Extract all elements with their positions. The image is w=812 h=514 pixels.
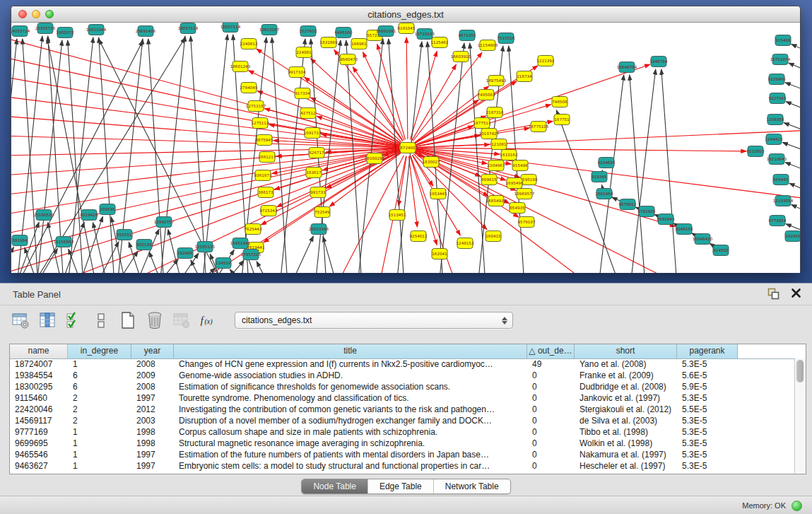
table-mode-icon[interactable] [10,310,31,331]
table-cell[interactable]: Tibbo et al. (1998) [575,426,677,438]
black-edge[interactable] [630,69,656,273]
column-header-indegree[interactable]: in_degree [68,344,131,358]
table-cell[interactable]: Stergiakouli et al. (2012) [575,404,677,415]
black-edge[interactable] [79,216,102,273]
table-row[interactable]: 946554611997Estimation of the future num… [10,449,795,460]
column-header-year[interactable]: year [131,344,174,358]
black-edge[interactable] [786,102,800,114]
table-cell[interactable]: 2 [68,415,131,426]
table-cell[interactable]: 2012 [131,404,174,415]
table-row[interactable]: 977716911998Corpus callosum shape and si… [10,426,795,438]
tab-network-table[interactable]: Network Table [433,479,510,493]
table-cell[interactable]: 0 [527,392,575,404]
tab-node-table[interactable]: Node Table [302,479,367,493]
table-selector-dropdown[interactable]: citations_edges.txt [235,312,513,329]
column-header-pagerank[interactable]: pagerank [677,344,738,358]
red-edge[interactable] [412,64,456,140]
black-edge[interactable] [290,236,313,273]
red-edge[interactable] [11,149,399,215]
close-button[interactable] [18,10,27,18]
table-cell[interactable]: 2008 [131,381,174,392]
table-cell[interactable]: 5.3E-5 [677,460,738,472]
table-cell[interactable]: Estimation of significance thresholds fo… [174,381,527,392]
column-header-outde[interactable]: △ out_de… [527,344,575,358]
table-cell[interactable]: Corpus callosum shape and size in male p… [174,426,527,438]
network-canvas[interactable]: 1872400722406121860124327840451275318712… [11,23,800,273]
table-cell[interactable]: 1997 [131,460,174,472]
table-row[interactable]: 911546021997Tourette syndrome. Phenomeno… [10,392,795,404]
black-edge[interactable] [160,36,185,273]
table-cell[interactable]: 18724007 [10,358,68,370]
table-cell[interactable]: Yano et al. (2008) [575,358,677,370]
table-cell[interactable]: 1998 [131,438,174,449]
tab-edge-table[interactable]: Edge Table [367,479,433,493]
black-edge[interactable] [785,163,800,175]
black-edge[interactable] [784,123,800,135]
red-edge[interactable] [11,148,399,195]
table-scrollbar[interactable] [794,358,806,474]
column-visibility-icon[interactable] [37,310,58,331]
table-cell[interactable]: 9465546 [10,449,68,460]
table-cell[interactable]: 49 [527,358,575,370]
black-edge[interactable] [96,242,119,273]
black-edge[interactable] [630,75,645,273]
window-titlebar[interactable]: citations_edges.txt [11,6,800,23]
table-cell[interactable]: Wolkin et al. (1998) [575,438,677,449]
select-all-icon[interactable] [64,310,85,331]
minimize-button[interactable] [32,10,40,18]
table-cell[interactable]: 1 [68,438,131,449]
red-edge[interactable] [416,64,649,145]
table-cell[interactable]: 1997 [131,449,174,460]
black-edge[interactable] [202,35,228,273]
black-edge[interactable] [785,83,800,95]
table-row[interactable]: 969969511998Structural magnetic resonanc… [10,438,795,449]
table-cell[interactable]: Franke et al. (2009) [575,370,677,381]
table-cell[interactable]: 19384554 [10,370,68,381]
red-edge[interactable] [406,37,408,139]
table-cell[interactable]: 2003 [131,415,174,426]
delete-table-icon[interactable] [171,310,192,331]
table-cell[interactable]: Tourette syndrome. Phenomenology and cla… [174,392,527,404]
red-edge[interactable] [257,91,400,145]
table-cell[interactable]: Embryonic stem cells: a model to study s… [174,460,527,472]
table-cell[interactable]: 1 [68,426,131,438]
table-cell[interactable]: 0 [527,381,575,392]
red-edge[interactable] [416,148,746,151]
table-cell[interactable]: Dudbridge et al. (2008) [575,381,677,392]
table-cell[interactable]: Investigating the contribution of common… [174,404,527,415]
table-cell[interactable]: Disruption of a novel member of a sodium… [174,415,527,426]
black-edge[interactable] [792,204,800,216]
red-edge[interactable] [257,49,401,143]
table-cell[interactable]: 14569117 [10,415,68,426]
clear-selection-icon[interactable] [90,310,112,331]
table-cell[interactable]: 9463627 [10,460,68,472]
table-cell[interactable]: 2008 [131,358,174,370]
black-edge[interactable] [789,183,800,195]
table-cell[interactable]: 9777169 [10,426,68,438]
black-edge[interactable] [47,38,96,273]
table-cell[interactable]: 18300295 [10,381,68,392]
table-cell[interactable]: 0 [527,449,575,460]
black-edge[interactable] [792,44,800,56]
table-cell[interactable]: Nakamura et al. (1997) [575,449,677,460]
table-cell[interactable]: Hescheler et al. (1997) [575,460,677,472]
black-edge[interactable] [149,252,163,273]
table-cell[interactable]: 5.3E-5 [677,358,738,370]
table-row[interactable]: 946362711997Embryonic stem cells: a mode… [10,460,795,472]
table-row[interactable]: 1938455462009Genome-wide association stu… [10,370,795,381]
table-cell[interactable]: Genome-wide association studies in ADHD. [174,370,527,381]
black-edge[interactable] [782,142,800,155]
black-edge[interactable] [191,36,206,273]
black-edge[interactable] [661,69,677,273]
table-cell[interactable]: 6 [68,370,131,381]
table-cell[interactable]: 1 [68,449,131,460]
black-edge[interactable] [789,63,800,75]
close-panel-icon[interactable] [789,288,802,300]
table-cell[interactable]: 5.3E-5 [677,449,738,460]
table-cell[interactable]: 5.3E-5 [677,438,738,449]
table-cell[interactable]: 5.6E-5 [677,370,738,381]
float-panel-icon[interactable] [767,288,779,300]
table-cell[interactable]: Changes of HCN gene expression and I(f) … [174,358,527,370]
black-edge[interactable] [257,262,269,273]
zoom-button[interactable] [45,10,54,18]
